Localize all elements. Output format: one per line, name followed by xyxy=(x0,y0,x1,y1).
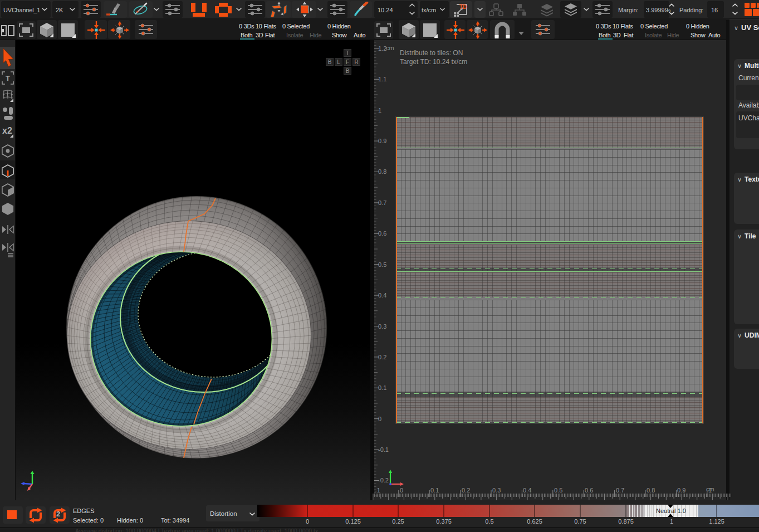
svg-text:x2: x2 xyxy=(2,126,12,135)
svg-text:T: T xyxy=(6,74,10,82)
svg-text:TD: TD xyxy=(459,4,467,10)
